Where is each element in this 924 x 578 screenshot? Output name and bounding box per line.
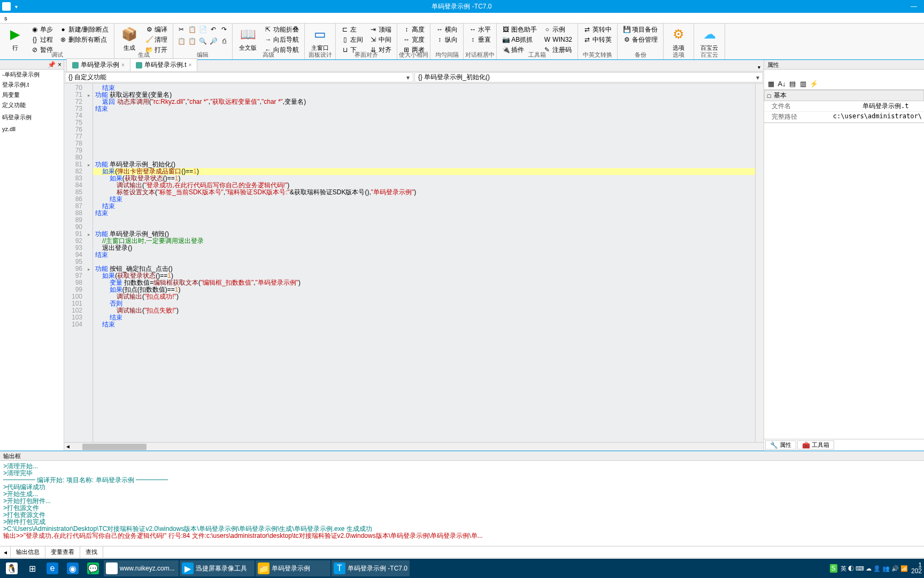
ribbon-button[interactable]: ▯左间 bbox=[339, 35, 365, 44]
output-line: >开始打包附件... bbox=[3, 498, 921, 505]
toolbar-icon[interactable]: 🔎 bbox=[209, 36, 218, 46]
close-icon[interactable]: × bbox=[121, 62, 125, 68]
ribbon-button[interactable]: WWIN32 bbox=[541, 35, 574, 44]
tree-item[interactable]: yz.dll bbox=[0, 125, 64, 133]
ribbon-button[interactable]: 🖼图色助手 bbox=[500, 25, 539, 34]
ribbon-button[interactable]: ⊗删除所有断点 bbox=[57, 35, 111, 44]
toolbar-icon[interactable]: ⎙ bbox=[219, 36, 229, 46]
ribbon-button[interactable]: ↔横向 bbox=[434, 25, 460, 34]
ribbon-button[interactable]: 💾项目备份 bbox=[621, 25, 660, 34]
tree-item[interactable]: 登录示例.t bbox=[0, 80, 64, 90]
vertical-scrollbar[interactable] bbox=[755, 83, 764, 442]
system-tray[interactable]: S 英 ◐ ⌨ ☁ 👤 👥 🔊 📶 1202 bbox=[830, 562, 922, 574]
function-combo[interactable]: {} 单码登录示例_初始化() bbox=[414, 72, 763, 82]
output-tab[interactable]: 输出信息 bbox=[10, 546, 45, 558]
ribbon-button[interactable]: ⇄中转英 bbox=[581, 35, 614, 44]
menu-item[interactable]: s bbox=[2, 15, 10, 21]
code-editor[interactable]: 7071727374757677787980818283848586878889… bbox=[64, 83, 764, 442]
ribbon-button[interactable]: ○示例 bbox=[541, 25, 574, 34]
app-icon: 📁 bbox=[258, 562, 270, 574]
ribbon-button[interactable]: ⇲中间 bbox=[367, 35, 394, 44]
ribbon-button[interactable]: ▭主窗口 bbox=[308, 25, 332, 53]
ribbon-button[interactable]: ◉单步 bbox=[29, 25, 55, 34]
editor-tab[interactable]: 单码登录示例× bbox=[66, 58, 130, 71]
tab-menu-icon[interactable]: ▾ bbox=[754, 63, 764, 71]
output-tab[interactable]: 变量查看 bbox=[45, 546, 80, 558]
taskbar-item[interactable]: 🐧 bbox=[2, 560, 21, 576]
close-icon[interactable]: × bbox=[189, 62, 192, 68]
ribbon-button[interactable]: ▶行 bbox=[3, 25, 27, 53]
ribbon-button[interactable]: ●新建/删除断点 bbox=[57, 25, 111, 34]
ribbon-button[interactable]: ⇥顶端 bbox=[367, 25, 394, 34]
taskbar-item[interactable]: 💬 bbox=[83, 560, 103, 576]
ribbon-button[interactable]: ↕垂直 bbox=[467, 35, 493, 44]
ribbon: ▶行◉单步{}过程⊘暂停●新建/删除断点⊗删除所有断点调试📦生成⚙编译🧹清理📂打… bbox=[0, 24, 924, 60]
panel-tab[interactable]: 🧰工具箱 bbox=[797, 440, 834, 450]
tree-item[interactable]: -单码登录示例 bbox=[0, 70, 64, 80]
app-icon: e bbox=[47, 562, 58, 574]
ribbon-button[interactable]: ⚙选项 bbox=[667, 25, 690, 53]
ribbon-button[interactable]: ↔宽度 bbox=[401, 35, 427, 44]
tree-item[interactable]: 局变量 bbox=[0, 90, 64, 100]
toolbar-icon[interactable]: ✂ bbox=[176, 25, 186, 34]
close-icon[interactable]: × bbox=[58, 61, 61, 69]
toolbar-icon[interactable]: ↶ bbox=[209, 25, 218, 34]
window-title: 单码登录示例 -TC7.0 bbox=[18, 2, 906, 11]
toolbar-icon[interactable]: ↷ bbox=[219, 25, 229, 34]
app-icon: T bbox=[334, 562, 345, 574]
ribbon-button[interactable]: {}过程 bbox=[29, 35, 55, 44]
ribbon-button[interactable]: ↔水平 bbox=[467, 25, 493, 34]
ribbon-button[interactable]: ⇄英转中 bbox=[581, 25, 614, 34]
lightning-icon[interactable]: ⚡ bbox=[809, 79, 819, 89]
output-tabs: ◂ 输出信息变量查看查找 bbox=[0, 546, 924, 558]
ribbon-button[interactable]: ⊏左 bbox=[339, 25, 365, 34]
ribbon-button[interactable]: ⚙编译 bbox=[143, 25, 170, 34]
taskbar-item[interactable]: ◉www.ruikeyz.com... bbox=[104, 560, 179, 576]
taskbar-item[interactable]: ⊞ bbox=[22, 560, 42, 576]
horizontal-scrollbar[interactable]: ◂ bbox=[64, 442, 764, 451]
property-row[interactable]: 文件名单码登录示例.t bbox=[764, 101, 924, 112]
ribbon-button[interactable]: 📷AB抓抓 bbox=[500, 35, 539, 44]
toolbar-icon[interactable]: 🔍 bbox=[198, 36, 207, 46]
minimize-button[interactable]: — bbox=[906, 3, 922, 10]
scope-combo[interactable]: {} 自定义功能 bbox=[65, 72, 413, 82]
ribbon-button[interactable]: →向后导航 bbox=[262, 35, 301, 44]
titlebar: ▾ 单码登录示例 -TC7.0 — bbox=[0, 0, 924, 13]
grid-icon[interactable]: ▤ bbox=[788, 79, 797, 89]
taskbar-item[interactable]: T单码登录示例 -TC7.0 bbox=[332, 560, 410, 576]
taskbar-item[interactable]: ▶迅捷屏幕录像工具 bbox=[180, 560, 255, 576]
panel-header: 属性 bbox=[764, 60, 924, 70]
ribbon-button[interactable]: ↕高度 bbox=[401, 25, 427, 34]
app-icon: ⊞ bbox=[26, 562, 38, 574]
output-tab[interactable]: 查找 bbox=[80, 546, 103, 558]
sort-icon[interactable]: A↓ bbox=[777, 79, 787, 89]
toolbar-icon[interactable]: 📋 bbox=[187, 36, 197, 46]
taskbar-item[interactable]: e bbox=[43, 560, 62, 576]
taskbar-item[interactable]: 📁单码登录示例 bbox=[256, 560, 330, 576]
tree-item[interactable]: 码登录示例 bbox=[0, 112, 64, 123]
toolbar-icon[interactable]: 📄 bbox=[198, 25, 207, 34]
pin-icon[interactable]: 📌 bbox=[48, 61, 56, 69]
toolbar-icon[interactable]: 📋 bbox=[176, 36, 186, 46]
ribbon-button[interactable]: 📖全文版 bbox=[236, 25, 260, 53]
categorize-icon[interactable]: ▦ bbox=[766, 79, 776, 89]
tab-icon: 🔧 bbox=[770, 442, 778, 449]
app-icon: 💬 bbox=[87, 562, 99, 574]
grid2-icon[interactable]: ▥ bbox=[798, 79, 808, 89]
ribbon-button[interactable]: ☁百宝云 bbox=[697, 25, 721, 53]
ribbon-button[interactable]: ↕纵向 bbox=[434, 35, 460, 44]
ribbon-button[interactable]: ⇱功能折叠 bbox=[262, 25, 301, 34]
ribbon-button[interactable]: 🧹清理 bbox=[143, 35, 170, 44]
scroll-left-icon[interactable]: ◂ bbox=[0, 549, 11, 556]
property-row[interactable]: 完整路径c:\users\administrator\ bbox=[764, 112, 924, 123]
tab-icon: 🧰 bbox=[802, 442, 810, 449]
tree-item[interactable]: 定义功能 bbox=[0, 100, 64, 110]
taskbar-item[interactable]: ◉ bbox=[63, 560, 82, 576]
editor-tab[interactable]: 单码登录示例.t× bbox=[130, 58, 198, 71]
ribbon-button[interactable]: ⚙备份管理 bbox=[621, 35, 660, 44]
panel-tab[interactable]: 🔧属性 bbox=[765, 440, 796, 450]
property-group[interactable]: 基本 bbox=[764, 90, 924, 101]
toolbar-icon[interactable]: 📋 bbox=[187, 25, 197, 34]
ribbon-button[interactable]: 📦生成 bbox=[118, 25, 141, 53]
app-icon: ▶ bbox=[182, 562, 194, 574]
